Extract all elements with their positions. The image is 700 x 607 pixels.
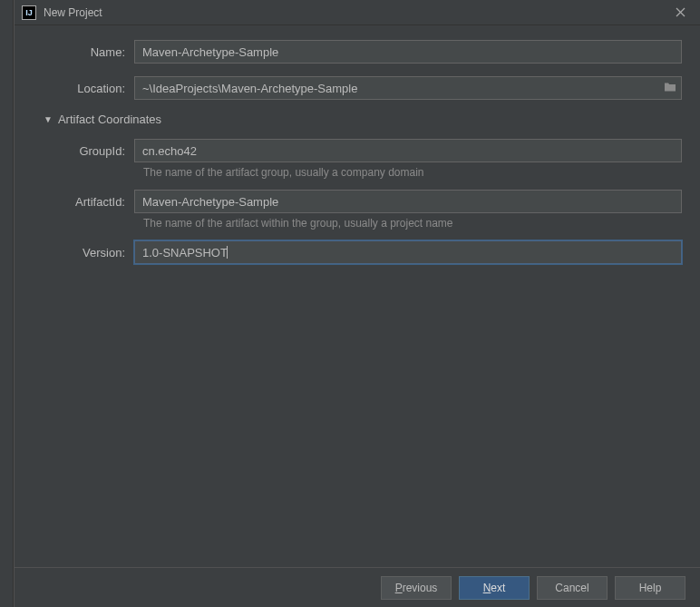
- artifactid-label: ArtifactId:: [33, 195, 134, 209]
- close-icon: [676, 7, 685, 17]
- new-project-dialog: IJ New Project Name: Location:: [14, 0, 700, 607]
- cancel-button[interactable]: Cancel: [537, 576, 608, 600]
- version-row: Version: 1.0-SNAPSHOT: [33, 240, 682, 264]
- text-caret-icon: [227, 246, 228, 259]
- artifactid-row: ArtifactId:: [33, 190, 682, 213]
- groupid-row: GroupId:: [33, 139, 682, 162]
- artifact-coordinates-toggle[interactable]: ▼ Artifact Coordinates: [44, 113, 682, 126]
- name-label: Name:: [33, 45, 134, 59]
- browse-folder-icon[interactable]: [664, 82, 676, 95]
- groupid-label: GroupId:: [33, 144, 134, 158]
- dialog-content: Name: Location: ▼ Artifact Coordinates G…: [15, 25, 700, 567]
- background-strip: [0, 0, 14, 607]
- artifactid-input[interactable]: [134, 190, 682, 213]
- name-row: Name:: [33, 40, 682, 64]
- location-label: Location:: [33, 82, 134, 95]
- dialog-footer: Previous Next Cancel Help: [15, 567, 700, 607]
- intellij-icon: IJ: [22, 5, 36, 20]
- groupid-help: The name of the artifact group, usually …: [143, 166, 682, 179]
- titlebar: IJ New Project: [15, 0, 700, 25]
- version-value: 1.0-SNAPSHOT: [142, 246, 228, 259]
- version-input[interactable]: 1.0-SNAPSHOT: [134, 240, 682, 264]
- section-label: Artifact Coordinates: [58, 113, 161, 126]
- chevron-down-icon: ▼: [44, 114, 53, 124]
- name-input[interactable]: [134, 40, 682, 64]
- groupid-input[interactable]: [134, 139, 682, 162]
- close-button[interactable]: [667, 4, 693, 22]
- artifactid-help: The name of the artifact within the grou…: [143, 217, 682, 230]
- previous-button[interactable]: Previous: [381, 576, 452, 600]
- location-row: Location:: [33, 76, 682, 100]
- next-button[interactable]: Next: [459, 576, 530, 600]
- dialog-title: New Project: [44, 6, 667, 19]
- help-button[interactable]: Help: [615, 576, 685, 600]
- location-input[interactable]: [134, 76, 682, 100]
- version-label: Version:: [33, 246, 134, 259]
